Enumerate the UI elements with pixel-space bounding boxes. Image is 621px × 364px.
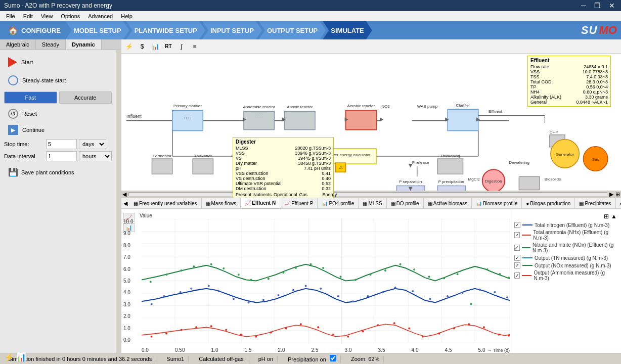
nav-tab-plantwide[interactable]: PLANTWIDE SETUP	[126, 21, 205, 39]
svg-point-133	[413, 268, 415, 270]
svg-point-92	[180, 291, 182, 293]
bottom-tab-do[interactable]: ▦ DO profile	[387, 198, 424, 209]
continue-button[interactable]: ▶ Continue	[4, 123, 112, 137]
svg-point-153	[332, 334, 334, 336]
legend-check-1[interactable]: ✓	[514, 222, 520, 228]
menu-view[interactable]: View	[37, 13, 57, 19]
nav-tab-configure[interactable]: 🏠 CONFIGURE	[0, 21, 69, 39]
speed-buttons: Fast Accurate	[4, 92, 112, 104]
svg-point-132	[400, 263, 402, 265]
bottom-tab-biomass-profile[interactable]: 📊 Biomass profile	[472, 198, 522, 209]
accurate-button[interactable]: Accurate	[59, 92, 112, 104]
y-axis-labels: 10.0 9.0 8.0 7.0 6.0 5.0 4.0 3.0 2.0 1.0…	[123, 219, 133, 343]
bottom-icon-2[interactable]: 📊	[16, 352, 26, 353]
close-button[interactable]: ✕	[607, 2, 617, 10]
panel-scrollbar[interactable]	[116, 50, 121, 353]
legend-check-2[interactable]: ✓	[514, 232, 520, 238]
legend-collapse[interactable]: ▲	[611, 213, 617, 220]
data-interval-label: Data interval	[4, 153, 45, 159]
legend-item-6: ✓ Output (Ammonia measured) (g N.m-3)	[514, 270, 617, 281]
reset-button[interactable]: ↺ Reset	[4, 107, 112, 121]
bottom-tab-energy[interactable]: ● Energy piechart	[616, 198, 621, 209]
svg-point-151	[300, 323, 302, 325]
svg-text:Generator: Generator	[556, 152, 574, 157]
bottom-tab-active-biomass[interactable]: ▦ Active biomass	[424, 198, 472, 209]
svg-point-101	[305, 285, 307, 287]
tool-rt[interactable]: RT	[163, 41, 174, 52]
legend-label-4: Output (TN measured) (g N.m-3)	[535, 255, 608, 261]
svg-text:CHP: CHP	[550, 130, 558, 134]
bottom-tab-mlss[interactable]: ▦ MLSS	[359, 198, 386, 209]
legend-check-6[interactable]: ✓	[514, 272, 520, 279]
play-icon	[8, 57, 17, 67]
bottom-tab-po4[interactable]: 📊 PO4 profile	[318, 198, 359, 209]
bottom-tabs: ◀ ▦ Frequently used variables ▦ Mass flo…	[121, 198, 621, 209]
legend-label-5: Output (NOx measured) (g N.m-3)	[535, 263, 611, 268]
menu-help[interactable]: Help	[117, 13, 137, 19]
stop-time-unit[interactable]: days hours	[79, 139, 106, 149]
tool-menu[interactable]: ≡	[189, 41, 200, 52]
svg-rect-36	[152, 159, 172, 174]
nav-tab-simulate[interactable]: SIMULATE	[323, 21, 372, 39]
bottom-tab-mass-flows[interactable]: ▦ Mass flows	[202, 198, 241, 209]
nav-tab-model[interactable]: MODEL SETUP	[66, 21, 129, 39]
sumo-logo: SU MO	[581, 24, 621, 37]
precipitation-checkbox[interactable]	[330, 355, 336, 361]
svg-text:~~~~: ~~~~	[255, 115, 263, 119]
menu-options[interactable]: Options	[57, 13, 84, 19]
scroll-track[interactable]	[128, 192, 607, 196]
effluent-row-4: Total COD28.3 0.0~3	[530, 79, 608, 84]
tab-steady[interactable]: Steady	[36, 39, 66, 50]
legend-label-2: Total ammonia (NHx) (Effluent) (g N.m-3)	[533, 230, 617, 241]
svg-point-155	[362, 331, 364, 333]
data-interval-input[interactable]	[47, 151, 77, 161]
nav-tab-input[interactable]: INPUT SETUP	[202, 21, 262, 39]
scroll-fit[interactable]: ⊞	[614, 191, 621, 198]
scroll-left[interactable]: ◀	[121, 191, 127, 198]
menu-advanced[interactable]: Advanced	[84, 13, 117, 19]
nav-tab-output[interactable]: OUTPUT SETUP	[259, 21, 326, 39]
bottom-tabs-scroll-left[interactable]: ◀	[121, 200, 129, 207]
svg-point-148	[255, 336, 257, 338]
tab-dynamic[interactable]: Dynamic	[66, 39, 102, 50]
legend-line-6	[522, 275, 531, 276]
steady-state-start-button[interactable]: Steady-state start	[4, 72, 112, 88]
legend-expand[interactable]: ⊞	[604, 213, 609, 220]
bottom-tab-effluent-p[interactable]: 📈 Effluent P	[280, 198, 318, 209]
main-area: Algebraic Steady Dynamic Start Steady-st…	[0, 39, 621, 353]
svg-point-98	[262, 299, 264, 301]
menu-file[interactable]: File	[2, 13, 19, 19]
horizontal-scrollbar[interactable]: ◀ ▶ ⊞	[121, 191, 621, 198]
nav-tab-model-label: MODEL SETUP	[74, 27, 121, 34]
bottom-tab-precipitates[interactable]: ▦ Precipitates	[575, 198, 615, 209]
fast-button[interactable]: Fast	[4, 92, 57, 104]
menu-edit[interactable]: Edit	[19, 13, 37, 19]
tool-integral[interactable]: ∫	[176, 41, 187, 52]
tool-graph[interactable]: 📊	[150, 41, 161, 52]
tool-cost[interactable]: $	[137, 41, 148, 52]
legend-check-4[interactable]: ✓	[514, 255, 520, 261]
legend-check-5[interactable]: ✓	[514, 262, 520, 268]
restore-button[interactable]: ❐	[592, 2, 603, 10]
svg-point-94	[208, 285, 210, 287]
effluent-row-2: VSS10.0 7783~3	[530, 69, 608, 74]
bottom-icon-1[interactable]: ⚡	[4, 352, 14, 353]
start-button[interactable]: Start	[4, 54, 112, 70]
tab-algebraic[interactable]: Algebraic	[0, 39, 36, 50]
stop-time-input[interactable]	[47, 139, 77, 149]
save-button[interactable]: 💾 Save plant conditions	[4, 165, 112, 179]
data-interval-unit[interactable]: hours days minutes	[79, 151, 112, 161]
legend-check-3[interactable]: ✓	[514, 245, 520, 251]
svg-point-111	[462, 292, 464, 294]
bottom-tab-effluent-n[interactable]: 📈 Effluent N	[241, 198, 280, 209]
svg-text:P precipitation: P precipitation	[438, 179, 464, 184]
bottom-tab-biogas[interactable]: ● Biogas production	[522, 198, 575, 209]
nav-bar: 🏠 CONFIGURE MODEL SETUP PLANTWIDE SETUP …	[0, 21, 621, 39]
svg-text:Gas: Gas	[592, 157, 599, 162]
svg-text:Biosolids: Biosolids	[545, 177, 561, 181]
scroll-right[interactable]: ▶	[608, 191, 614, 198]
minimize-button[interactable]: ─	[579, 2, 588, 10]
bottom-tab-frequently-used[interactable]: ▦ Frequently used variables	[129, 198, 202, 209]
svg-point-122	[250, 279, 252, 281]
tool-energy[interactable]: ⚡	[123, 41, 135, 52]
